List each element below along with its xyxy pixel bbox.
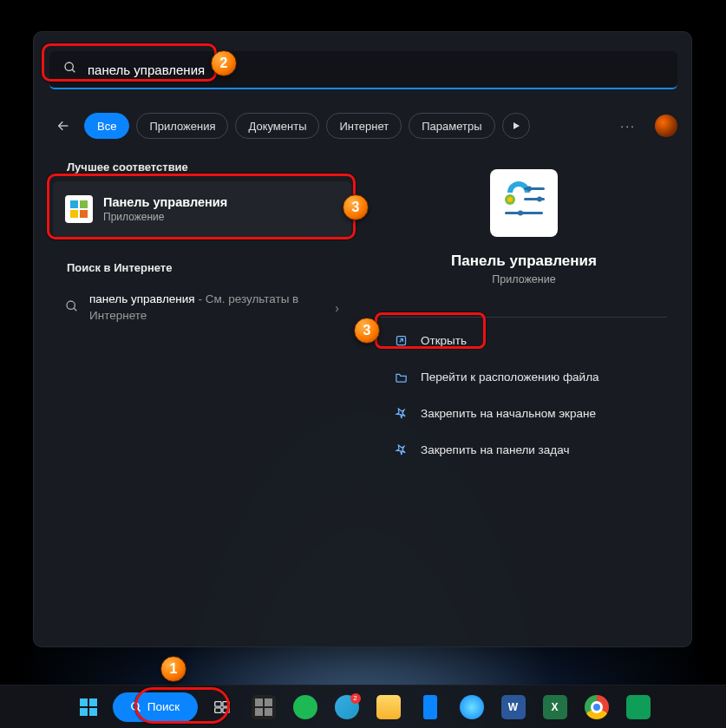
action-pin-taskbar-label: Закрепить на панели задач: [421, 443, 569, 456]
filter-docs[interactable]: Документы: [235, 113, 319, 139]
search-icon: [65, 299, 79, 317]
taskbar-app-calculator[interactable]: [246, 690, 281, 725]
filter-more-arrow[interactable]: [502, 113, 530, 139]
section-web-label: Поиск в Интернете: [67, 261, 172, 274]
taskbar-app-telegram[interactable]: 2: [330, 690, 364, 725]
svg-rect-18: [89, 698, 97, 706]
control-panel-icon: [65, 195, 93, 223]
detail-pane: Панель управления Приложение Открыть Пер…: [370, 161, 677, 469]
svg-rect-23: [214, 701, 220, 706]
search-input[interactable]: [88, 62, 664, 77]
detail-subtitle: Приложение: [492, 273, 555, 285]
taskbar-app-excel[interactable]: X: [538, 690, 572, 725]
svg-rect-19: [80, 708, 88, 716]
open-icon: [393, 334, 409, 347]
back-button[interactable]: [49, 112, 77, 140]
svg-point-8: [507, 197, 513, 202]
taskbar-app-explorer[interactable]: [371, 690, 406, 725]
pin-icon: [393, 407, 409, 420]
annotation-badge-3b: 3: [354, 318, 380, 344]
action-pin-taskbar[interactable]: Закрепить на панели задач: [377, 432, 670, 467]
svg-rect-26: [222, 707, 228, 712]
filter-apps[interactable]: Приложения: [136, 113, 228, 139]
web-search-result[interactable]: панель управления - См. результаты в Инт…: [53, 284, 351, 332]
annotation-badge-1: 1: [160, 656, 186, 682]
svg-line-22: [138, 708, 141, 711]
section-best-match-label: Лучшее соответствие: [67, 161, 188, 174]
action-open-location-label: Перейти к расположению файла: [421, 371, 599, 384]
taskbar-app-spotify[interactable]: [288, 690, 323, 725]
chevron-right-icon: ›: [335, 301, 339, 315]
taskbar: Поиск 2 W X: [0, 685, 726, 728]
svg-rect-25: [214, 707, 220, 712]
action-open-label: Открыть: [421, 334, 467, 347]
best-match-subtitle: Приложение: [103, 211, 227, 223]
svg-rect-17: [80, 698, 88, 706]
svg-point-0: [65, 62, 73, 70]
search-bar[interactable]: [49, 51, 677, 89]
taskbar-app-phone[interactable]: [413, 690, 448, 725]
folder-icon: [393, 371, 409, 384]
filter-row: Все Приложения Документы Интернет Параме…: [49, 110, 677, 141]
taskbar-app-word[interactable]: W: [496, 690, 531, 725]
taskbar-app-chrome[interactable]: [579, 690, 614, 725]
svg-point-4: [67, 301, 75, 309]
pin-icon: [393, 443, 409, 456]
svg-line-1: [72, 69, 75, 72]
annotation-badge-3: 3: [343, 194, 369, 220]
user-avatar[interactable]: [655, 115, 677, 137]
svg-line-5: [74, 308, 76, 311]
taskbar-search-button[interactable]: Поиск: [113, 692, 198, 722]
svg-marker-3: [513, 122, 520, 129]
separator: [381, 317, 667, 318]
best-match-title: Панель управления: [103, 195, 227, 209]
action-open[interactable]: Открыть: [377, 323, 670, 357]
svg-rect-24: [222, 701, 228, 706]
annotation-badge-2: 2: [211, 50, 237, 76]
action-pin-start[interactable]: Закрепить на начальном экране: [377, 396, 670, 430]
svg-point-14: [518, 211, 523, 216]
filter-all[interactable]: Все: [84, 113, 129, 139]
taskbar-app-browser[interactable]: [455, 690, 489, 725]
more-button[interactable]: ···: [615, 119, 641, 133]
filter-settings[interactable]: Параметры: [409, 113, 494, 139]
detail-title: Панель управления: [451, 253, 597, 270]
svg-rect-20: [89, 708, 97, 716]
start-button[interactable]: [71, 690, 106, 725]
task-view-button[interactable]: [205, 690, 239, 725]
action-open-location[interactable]: Перейти к расположению файла: [377, 359, 670, 394]
search-icon: [63, 61, 77, 78]
action-pin-start-label: Закрепить на начальном экране: [421, 407, 596, 420]
taskbar-search-label: Поиск: [147, 700, 180, 713]
web-result-query: панель управления: [89, 292, 195, 305]
filter-web[interactable]: Интернет: [326, 113, 402, 139]
taskbar-app-sheets[interactable]: [621, 690, 656, 725]
control-panel-icon: [490, 169, 558, 237]
svg-point-21: [132, 702, 139, 709]
best-match-result[interactable]: Панель управления Приложение: [53, 181, 351, 237]
svg-point-12: [537, 197, 542, 202]
svg-point-10: [527, 187, 532, 192]
svg-rect-13: [505, 212, 543, 214]
